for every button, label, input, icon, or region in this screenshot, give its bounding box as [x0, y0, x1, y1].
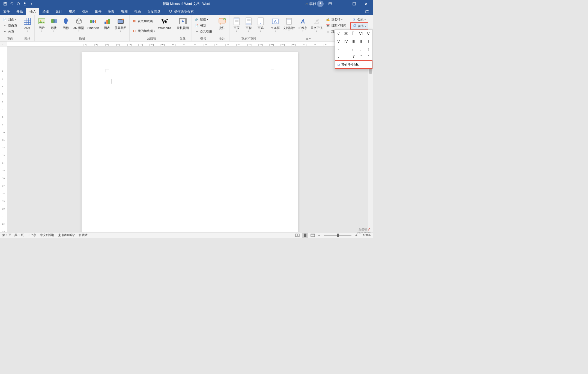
status-access[interactable]: 辅助功能: 一切就绪	[58, 233, 88, 237]
tab-references[interactable]: 引用	[79, 8, 92, 15]
undo-button[interactable]	[9, 1, 15, 7]
symbol-cell[interactable]: Ⅵ	[365, 30, 372, 37]
footer-button[interactable]: 页脚▾	[243, 16, 255, 32]
page[interactable]	[82, 52, 298, 232]
symbol-cell[interactable]: ：	[335, 53, 342, 60]
user-name[interactable]: 李影	[309, 2, 316, 6]
chart-button[interactable]: 图表	[101, 16, 113, 30]
pictures-button[interactable]: 图片▾	[36, 16, 48, 32]
svg-point-9	[170, 10, 172, 12]
bookmark-button[interactable]: 📑书签	[193, 22, 214, 28]
icons-button[interactable]: 图标	[60, 16, 72, 30]
tab-design[interactable]: 设计	[52, 8, 65, 15]
zoom-out-button[interactable]: −	[317, 233, 321, 237]
symbol-cell[interactable]: “	[357, 53, 365, 60]
symbol-cell[interactable]: Ⅲ	[350, 37, 357, 45]
symbol-cell[interactable]: Ⅰ	[365, 37, 372, 45]
status-lang[interactable]: 中文(中国)	[40, 233, 54, 237]
status-page[interactable]: 第 1 页，共 1 页	[2, 233, 24, 237]
symbol-cell[interactable]: ，	[342, 45, 350, 53]
symbol-cell[interactable]: ？	[350, 53, 357, 60]
tab-baidu[interactable]: 百度网盘	[144, 8, 164, 15]
link-button[interactable]: 🔗链接 ▾	[193, 16, 214, 22]
view-print-button[interactable]	[302, 233, 308, 238]
zoom-slider[interactable]	[324, 235, 351, 236]
redo-button[interactable]	[15, 1, 21, 7]
table-button[interactable]: 表格▾	[21, 16, 33, 32]
tab-layout[interactable]: 布局	[65, 8, 79, 15]
share-button[interactable]	[362, 8, 373, 15]
symbol-cell[interactable]: 〖	[350, 30, 357, 37]
symbol-cell[interactable]: Ⅶ	[357, 30, 365, 37]
screenshot-button[interactable]: 屏幕截图▾	[113, 16, 128, 32]
3d-models-button[interactable]: 3D 模型▾	[72, 16, 86, 32]
quickparts-button[interactable]: 文档部件▾	[281, 16, 297, 32]
warning-icon[interactable]: ⚠	[305, 2, 308, 6]
user-avatar[interactable]	[317, 1, 324, 7]
wordart-button[interactable]: A艺术字▾	[297, 16, 309, 32]
shapes-button[interactable]: 形状▾	[48, 16, 60, 32]
maximize-button[interactable]	[349, 0, 360, 8]
symbol-button[interactable]: Ω符号 ▾	[350, 22, 368, 30]
tab-draw[interactable]: 绘图	[39, 8, 52, 15]
view-web-button[interactable]	[309, 233, 316, 238]
svg-rect-32	[185, 19, 186, 24]
vertical-scrollbar[interactable]	[368, 46, 373, 232]
tab-file[interactable]: 文件	[0, 8, 13, 15]
my-addins-button[interactable]: ⊡我的加载项 ▾	[131, 28, 157, 34]
group-media: 联机视频 媒体	[174, 15, 192, 41]
svg-rect-59	[311, 234, 315, 237]
zoom-level[interactable]: 100%	[360, 234, 371, 237]
horizontal-ruler[interactable]: | 2 || 4 || 6 || 8 || 10 || 12 || 14 || …	[7, 42, 373, 46]
page-break-button[interactable]: ⌐分页	[1, 28, 19, 34]
get-addins-button[interactable]: ⊞获取加载项	[131, 18, 157, 24]
qat-dropdown[interactable]: ▾	[28, 1, 34, 7]
equation-button[interactable]: π公式 ▾	[350, 16, 368, 22]
save-button[interactable]	[2, 1, 8, 7]
minimize-button[interactable]: ─	[337, 0, 348, 8]
more-symbols-button[interactable]: Ω 其他符号(M)...	[335, 60, 372, 69]
symbol-cell[interactable]: 、	[357, 45, 365, 53]
status-words[interactable]: 0 个字	[28, 233, 36, 237]
tell-me-search[interactable]: 操作说明搜索	[166, 9, 196, 14]
qat-user-icon[interactable]	[22, 1, 28, 7]
symbol-cell[interactable]: ·	[335, 45, 342, 53]
vertical-ruler[interactable]: 123456789101112131415161718192021222324	[0, 46, 7, 232]
symbol-cell[interactable]: √	[335, 30, 342, 37]
smartart-button[interactable]: SmartArt	[86, 16, 101, 30]
symbol-cell[interactable]: ！	[342, 53, 350, 60]
tab-insert[interactable]: 插入	[26, 8, 39, 15]
view-read-button[interactable]	[294, 233, 301, 238]
symbol-cell[interactable]: ；	[365, 45, 372, 53]
svg-text:A: A	[274, 19, 277, 23]
symbol-cell[interactable]: Ⅴ	[335, 37, 342, 45]
svg-rect-2	[4, 4, 6, 5]
symbol-cell[interactable]: 軍	[342, 30, 350, 37]
tab-mailings[interactable]: 邮件	[92, 8, 105, 15]
header-button[interactable]: 页眉▾	[231, 16, 243, 32]
document-area[interactable]	[7, 46, 373, 232]
symbol-cell[interactable]: Ⅳ	[342, 37, 350, 45]
wikipedia-button[interactable]: WWikipedia	[157, 16, 173, 30]
online-video-button[interactable]: 联机视频	[175, 16, 190, 30]
datetime-button[interactable]: 📅日期和时间	[324, 22, 348, 28]
ribbon-display-button[interactable]	[325, 0, 336, 8]
group-addins: ⊞获取加载项 ⊡我的加载项 ▾ WWikipedia 加载项	[130, 15, 174, 41]
blank-page-button[interactable]: ▫空白页	[1, 22, 19, 28]
close-button[interactable]: ✕	[361, 0, 372, 8]
tab-help[interactable]: 帮助	[131, 8, 144, 15]
pagenum-button[interactable]: #页码▾	[255, 16, 267, 32]
textbox-button[interactable]: A文本框▾	[269, 16, 281, 32]
signature-button[interactable]: ✍签名行 ▾	[324, 16, 348, 22]
tab-home[interactable]: 开始	[13, 8, 26, 15]
symbol-cell[interactable]: 。	[350, 45, 357, 53]
tab-review[interactable]: 审阅	[105, 8, 118, 15]
comment-button[interactable]: 批注	[216, 16, 228, 30]
cross-ref-button[interactable]: ↔交叉引用	[193, 28, 214, 34]
symbol-cell[interactable]: Ⅱ	[357, 37, 365, 45]
svg-rect-24	[105, 22, 106, 24]
watermark: 经验啦✓ jingyanla.com	[359, 227, 371, 232]
symbol-cell[interactable]: ”	[365, 53, 372, 60]
cover-page-button[interactable]: 📄封面 ▾	[1, 16, 19, 22]
tab-view[interactable]: 视图	[118, 8, 131, 15]
